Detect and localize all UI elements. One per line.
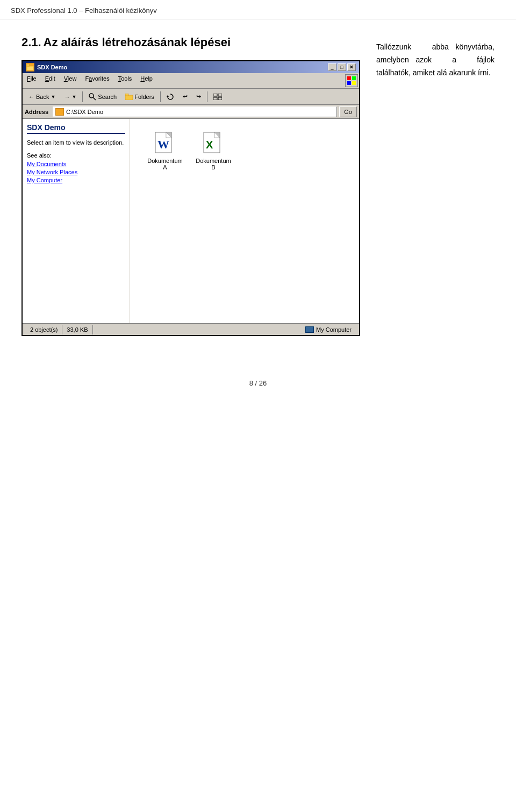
toolbar: ← Back ▼ → ▼ Search <box>23 89 359 105</box>
svg-rect-2 <box>27 67 33 70</box>
svg-text:W: W <box>157 138 169 151</box>
back-button[interactable]: ← Back ▼ <box>25 90 59 103</box>
file-icons-area: W DokumentumA <box>135 124 354 176</box>
file-name-dokumentuma: DokumentumA <box>146 158 184 170</box>
menu-help[interactable]: Help <box>136 74 157 87</box>
address-folder-icon <box>55 108 64 116</box>
search-button[interactable]: Search <box>85 90 120 103</box>
search-icon <box>89 93 96 101</box>
window-title: SDX Demo <box>37 64 67 70</box>
title-bar-buttons: _ □ ✕ <box>328 63 356 71</box>
svg-rect-14 <box>213 97 217 100</box>
section-number: 2.1. <box>22 35 41 49</box>
menu-file[interactable]: File <box>23 74 41 87</box>
status-size: 33,0 KB <box>62 325 92 334</box>
menu-bar-right <box>345 74 359 87</box>
folder-icon-small <box>26 63 34 72</box>
menu-bar: File Edit View Favorites Tools Help <box>23 73 359 89</box>
svg-rect-3 <box>347 76 351 80</box>
go-button[interactable]: Go <box>339 106 357 117</box>
computer-icon <box>305 326 314 333</box>
svg-rect-1 <box>26 64 30 66</box>
section-heading: 2.1. Az aláírás létrehozásának lépései <box>22 35 360 49</box>
link-my-computer[interactable]: My Computer <box>27 177 125 183</box>
word-document-icon: W <box>152 130 178 155</box>
svg-marker-11 <box>167 95 169 97</box>
address-input[interactable]: C:\SDX Demo <box>53 106 337 117</box>
toolbar-separator-2 <box>160 91 161 102</box>
redo-button[interactable]: ↪ <box>192 90 205 103</box>
view-button[interactable] <box>210 90 226 103</box>
svg-rect-5 <box>347 81 351 85</box>
page-number: 8 / 26 <box>249 379 267 387</box>
toolbar-separator-1 <box>82 91 83 102</box>
explorer-window: SDX Demo _ □ ✕ File Edit View Favorites … <box>22 60 360 336</box>
panel-description: Select an item to view its description. <box>27 139 125 146</box>
header-title: SDX Professional 1.0 – Felhasználói kézi… <box>11 6 157 15</box>
address-label: Address <box>25 109 51 115</box>
windows-logo-btn <box>345 74 358 87</box>
minimize-button[interactable]: _ <box>328 63 336 71</box>
undo-button[interactable]: ↩ <box>179 90 191 103</box>
title-bar-left: SDX Demo <box>26 63 67 72</box>
svg-rect-12 <box>213 94 217 96</box>
panel-divider <box>27 133 125 134</box>
menu-favorites[interactable]: Favorites <box>81 74 113 87</box>
status-computer: My Computer <box>301 325 356 334</box>
right-panel: W DokumentumA <box>130 119 359 323</box>
refresh-icon <box>167 93 174 101</box>
back-chevron-icon: ▼ <box>51 94 55 99</box>
menu-edit[interactable]: Edit <box>41 74 60 87</box>
svg-rect-4 <box>352 76 356 80</box>
view-icon <box>213 94 222 100</box>
svg-text:X: X <box>206 139 213 151</box>
status-objects: 2 object(s) <box>26 325 62 334</box>
section-title: Az aláírás létrehozásának lépései <box>44 35 231 49</box>
panel-title: SDX Demo <box>27 123 125 132</box>
status-bar: 2 object(s) 33,0 KB My Computer <box>23 323 359 335</box>
link-my-network-places[interactable]: My Network Places <box>27 169 125 175</box>
svg-rect-15 <box>218 97 222 100</box>
svg-rect-9 <box>125 95 133 100</box>
restore-button[interactable]: □ <box>338 63 346 71</box>
menu-view[interactable]: View <box>60 74 81 87</box>
forward-arrow-icon: → <box>64 94 70 100</box>
page-content: 2.1. Az aláírás létrehozásának lépései S… <box>0 19 516 347</box>
see-also-label: See also: <box>27 152 125 159</box>
page-footer: 8 / 26 <box>0 368 516 398</box>
svg-rect-6 <box>352 81 356 85</box>
svg-point-7 <box>89 94 94 98</box>
link-my-documents[interactable]: My Documents <box>27 161 125 167</box>
menu-tools[interactable]: Tools <box>114 74 137 87</box>
svg-line-8 <box>93 97 96 100</box>
left-panel: SDX Demo Select an item to view its desc… <box>23 119 130 323</box>
file-icon-dokumentuma[interactable]: W DokumentumA <box>146 130 184 170</box>
right-section: Tallózzunk abba könyvtárba, amelyben azo… <box>376 35 494 336</box>
toolbar-separator-3 <box>207 91 207 102</box>
title-bar: SDX Demo _ □ ✕ <box>23 61 359 73</box>
refresh-button[interactable] <box>163 90 178 103</box>
explorer-body: SDX Demo Select an item to view its desc… <box>23 119 359 323</box>
left-section: 2.1. Az aláírás létrehozásának lépései S… <box>22 35 360 336</box>
file-icon-dokumentumb[interactable]: X DokumentumB <box>195 130 232 170</box>
forward-chevron-icon: ▼ <box>71 94 76 99</box>
address-bar: Address C:\SDX Demo Go <box>23 105 359 119</box>
folders-icon <box>125 94 133 100</box>
file-name-dokumentumb: DokumentumB <box>195 158 232 170</box>
page-header: SDX Professional 1.0 – Felhasználói kézi… <box>0 0 516 19</box>
excel-document-icon: X <box>200 130 226 155</box>
svg-rect-10 <box>125 94 128 96</box>
close-button[interactable]: ✕ <box>347 63 356 71</box>
svg-rect-13 <box>218 94 222 96</box>
sidebar-text: Tallózzunk abba könyvtárba, amelyben azo… <box>376 41 494 79</box>
forward-button[interactable]: → ▼ <box>60 90 80 103</box>
back-arrow-icon: ← <box>28 94 34 100</box>
folders-button[interactable]: Folders <box>121 90 158 103</box>
